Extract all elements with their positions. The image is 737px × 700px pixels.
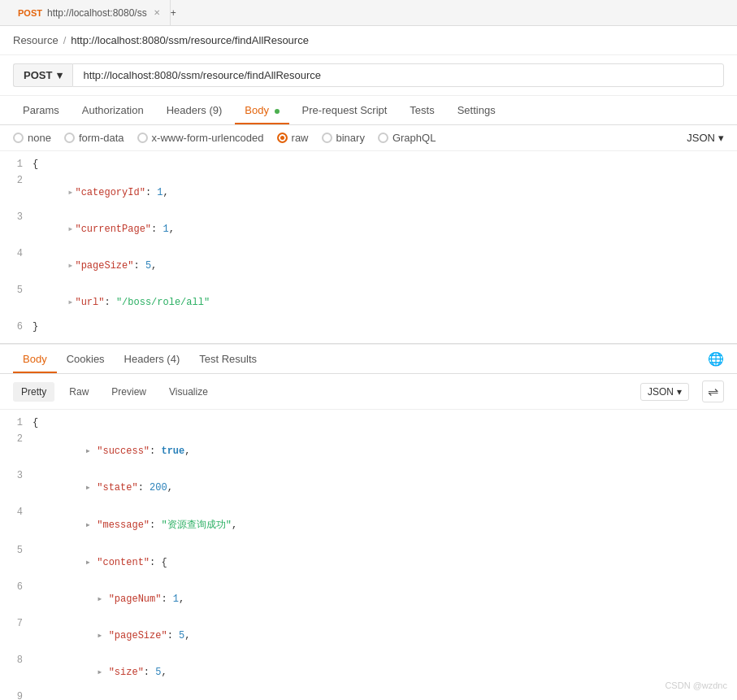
- fmt-tab-visualize[interactable]: Visualize: [161, 382, 216, 402]
- json-format-selector[interactable]: JSON ▾: [687, 132, 724, 144]
- line-content-6: }: [33, 321, 38, 333]
- tab-prerequest-label: Pre-request Script: [302, 104, 388, 116]
- option-graphql-label: GraphQL: [392, 132, 436, 144]
- tab-tests-label: Tests: [410, 104, 434, 116]
- resp-tab-test-results-label: Test Results: [199, 353, 257, 365]
- resp-tab-body-label: Body: [23, 353, 47, 365]
- request-body-editor[interactable]: 1 { 2 ▸"categoryId": 1, 3 ▸"currentPage"…: [0, 151, 737, 344]
- tab-prerequest[interactable]: Pre-request Script: [293, 96, 397, 124]
- url-input[interactable]: [72, 63, 724, 87]
- resp-line-6: 6 ▸ "pageNum": 1,: [0, 580, 737, 617]
- resp-content-8: ▸ "size": 5,: [33, 654, 167, 689]
- method-arrow-icon: ▾: [57, 69, 63, 81]
- tab-settings[interactable]: Settings: [448, 96, 505, 124]
- fmt-tab-raw[interactable]: Raw: [61, 382, 97, 402]
- fmt-pretty-label: Pretty: [21, 386, 46, 398]
- resp-tab-headers-label: Headers (4): [124, 353, 180, 365]
- new-tab-button[interactable]: +: [171, 7, 176, 19]
- line-content-3: ▸"currentPage": 1,: [33, 211, 175, 246]
- request-tabs: Params Authorization Headers (9) Body Pr…: [0, 96, 737, 125]
- req-line-4: 4 ▸"pageSize": 5,: [0, 247, 737, 284]
- watermark: CSDN @wzdnc: [665, 680, 727, 690]
- tab-params[interactable]: Params: [13, 96, 69, 124]
- resp-num-9: 9: [0, 691, 33, 700]
- fmt-visualize-label: Visualize: [169, 386, 208, 398]
- radio-form-data: [64, 133, 75, 143]
- response-body-viewer: 1 { 2 ▸ "success": true, 3 ▸ "state": 20…: [0, 410, 737, 700]
- line-num-4: 4: [0, 248, 33, 259]
- req-line-5: 5 ▸"url": "/boss/role/all": [0, 284, 737, 320]
- response-section: Body Cookies Headers (4) Test Results 🌐 …: [0, 344, 737, 700]
- tab-body[interactable]: Body: [235, 96, 288, 124]
- option-form-data-label: form-data: [79, 132, 124, 144]
- resp-line-5: 5 ▸ "content": {: [0, 544, 737, 580]
- tab-body-label: Body: [245, 104, 269, 116]
- top-tab-bar: POST http://localhost:8080/ss ✕ +: [0, 0, 737, 26]
- url-bar: POST ▾: [0, 55, 737, 96]
- option-graphql[interactable]: GraphQL: [378, 132, 436, 144]
- resp-content-6: ▸ "pageNum": 1,: [33, 581, 184, 616]
- option-urlencoded[interactable]: x-www-form-urlencoded: [137, 132, 264, 144]
- option-raw[interactable]: raw: [277, 132, 309, 144]
- tab-url: http://localhost:8080/ss: [47, 7, 147, 19]
- resp-num-2: 2: [0, 433, 33, 445]
- wrap-icon[interactable]: ⇌: [702, 380, 724, 402]
- resp-line-7: 7 ▸ "pageSize": 5,: [0, 617, 737, 654]
- tab-headers[interactable]: Headers (9): [157, 96, 232, 124]
- json-format-label: JSON: [687, 132, 715, 144]
- resp-tab-cookies-label: Cookies: [67, 353, 105, 365]
- radio-binary: [322, 133, 332, 143]
- tab-authorization[interactable]: Authorization: [72, 96, 154, 124]
- tab-close-icon[interactable]: ✕: [154, 8, 160, 17]
- option-binary[interactable]: binary: [322, 132, 365, 144]
- resp-num-1: 1: [0, 417, 33, 428]
- tab-params-label: Params: [23, 104, 59, 116]
- option-binary-label: binary: [336, 132, 365, 144]
- fmt-raw-label: Raw: [69, 386, 89, 398]
- tab-tests[interactable]: Tests: [400, 96, 444, 124]
- resp-tab-cookies[interactable]: Cookies: [57, 345, 115, 373]
- resp-num-3: 3: [0, 470, 33, 481]
- globe-icon[interactable]: 🌐: [708, 351, 724, 367]
- resp-tab-headers[interactable]: Headers (4): [115, 345, 190, 373]
- option-none[interactable]: none: [13, 132, 51, 144]
- tab-settings-label: Settings: [457, 104, 496, 116]
- resp-tab-body[interactable]: Body: [13, 345, 57, 373]
- radio-urlencoded: [137, 133, 148, 143]
- breadcrumb-resource: Resource: [13, 34, 59, 46]
- line-content-2: ▸"categoryId": 1,: [33, 175, 169, 210]
- line-num-5: 5: [0, 285, 33, 296]
- option-none-label: none: [28, 132, 51, 144]
- resp-content-1: {: [33, 417, 38, 428]
- resp-content-2: ▸ "success": true,: [33, 433, 190, 468]
- radio-none: [13, 133, 24, 143]
- resp-content-3: ▸ "state": 200,: [33, 470, 173, 505]
- radio-graphql: [378, 133, 388, 143]
- option-form-data[interactable]: form-data: [64, 132, 124, 144]
- req-line-2: 2 ▸"categoryId": 1,: [0, 174, 737, 211]
- resp-tab-test-results[interactable]: Test Results: [189, 345, 267, 373]
- line-num-3: 3: [0, 211, 33, 223]
- method-select[interactable]: POST ▾: [13, 63, 72, 87]
- resp-line-4: 4 ▸ "message": "资源查询成功",: [0, 506, 737, 544]
- fmt-tab-preview[interactable]: Preview: [103, 382, 154, 402]
- resp-num-8: 8: [0, 654, 33, 666]
- resp-content-4: ▸ "message": "资源查询成功",: [33, 507, 237, 543]
- req-line-3: 3 ▸"currentPage": 1,: [0, 211, 737, 247]
- resp-line-9: 9 ▸ "orderBy": null,: [0, 690, 737, 700]
- resp-content-5: ▸ "content": {: [33, 545, 167, 580]
- resp-content-7: ▸ "pageSize": 5,: [33, 618, 190, 653]
- wrap-icon-symbol: ⇌: [708, 385, 718, 398]
- option-raw-label: raw: [292, 132, 309, 144]
- response-json-selector[interactable]: JSON ▾: [640, 383, 689, 401]
- line-num-6: 6: [0, 321, 33, 333]
- fmt-tab-pretty[interactable]: Pretty: [13, 382, 54, 402]
- response-format-bar: Pretty Raw Preview Visualize JSON ▾ ⇌: [0, 374, 737, 410]
- resp-num-7: 7: [0, 618, 33, 629]
- tab-headers-label: Headers (9): [167, 104, 223, 116]
- json-format-arrow: ▾: [718, 132, 724, 144]
- active-tab[interactable]: POST http://localhost:8080/ss ✕: [8, 0, 171, 25]
- resp-line-1: 1 {: [0, 416, 737, 433]
- body-dot: [275, 109, 280, 114]
- fmt-preview-label: Preview: [111, 386, 146, 398]
